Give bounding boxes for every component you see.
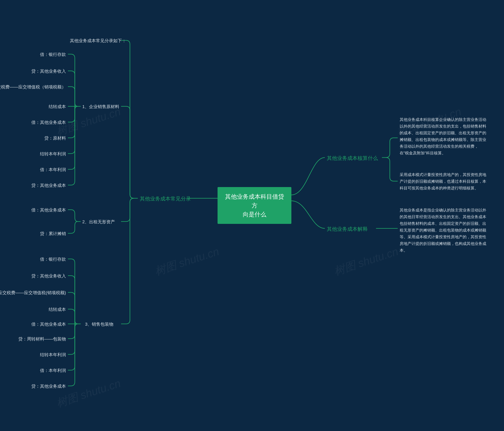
root-line1: 其他业务成本科目借贷方	[225, 193, 284, 209]
left-sub-1-leaf-0: 借：银行存款	[40, 52, 66, 57]
watermark: 树图 shutu.cn	[153, 244, 221, 279]
left-sub-3-leaf-1: 贷：其他业务收入	[31, 273, 66, 279]
left-sub-1-leaf-3: 结转成本	[49, 104, 66, 110]
left-sub-2: 2、出租无形资产	[82, 219, 115, 225]
root-node: 其他业务成本科目借贷方 向是什么	[217, 187, 291, 224]
left-sub-1-leaf-4: 借：其他业务成本	[31, 119, 66, 126]
left-sub-1-leaf-2: 应交税费——应交增值税（销项税额）	[0, 84, 66, 90]
left-sub-3-leaf-3: 结转成本	[49, 306, 66, 313]
right-branch-1: 其他业务成本核算什么	[327, 155, 378, 162]
left-sub-1-leaf-7: 借：本年利润	[40, 167, 66, 173]
left-sub-3-leaf-8: 贷：其他业务成本	[31, 383, 66, 389]
left-sub-1-leaf-8: 贷：其他业务成本	[31, 182, 66, 189]
right-branch-1-desc-1: 其他业务成本科目核算企业确认的除主营业务活动以外的其他经营活动所发生的支出，包括…	[400, 116, 486, 156]
left-branch: 其他业务成本常见分录	[140, 195, 191, 202]
right-branch-2-desc: 其他业务成本是指企业确认的除主营业务活动以外的其他日常经营活动所发生的支出。其他…	[400, 207, 486, 254]
left-sub-3-leaf-2: 应交税费——应交增值税(销项税额)	[0, 290, 66, 296]
right-branch-2: 其他业务成本解释	[327, 226, 368, 233]
left-sub-3-leaf-5: 贷：周转材料——包装物	[18, 336, 66, 342]
left-sub-1-leaf-6: 结转本年利润	[40, 151, 66, 157]
left-sub-2-leaf-0: 借：其他业务成本	[31, 207, 66, 213]
left-sub-3-leaf-7: 借：本年利润	[40, 368, 66, 374]
root-line2: 向是什么	[243, 211, 266, 217]
left-sub-3-leaf-0: 借：银行存款	[40, 256, 66, 262]
left-sub-1-leaf-1: 贷：其他业务收入	[31, 68, 66, 74]
left-sub-3: 3、销售包装物	[85, 321, 113, 327]
left-sub-0: 其他业务成本常见分录如下：	[70, 38, 126, 44]
left-sub-1-leaf-5: 贷：原材料	[44, 135, 66, 141]
left-sub-1: 1、企业销售原材料	[82, 104, 119, 110]
right-branch-1-desc-2: 采用成本模式计量投资性房地产的，其投资性房地产计提的折旧额或摊销额，也通过本科目…	[400, 171, 486, 191]
watermark: 树图 shutu.cn	[332, 244, 400, 279]
left-sub-3-leaf-6: 结转本年利润	[40, 352, 66, 358]
left-sub-3-leaf-4: 借：其他业务成本	[31, 321, 66, 327]
watermark: 树图 shutu.cn	[54, 376, 123, 411]
left-sub-2-leaf-1: 贷：累计摊销	[40, 231, 66, 237]
